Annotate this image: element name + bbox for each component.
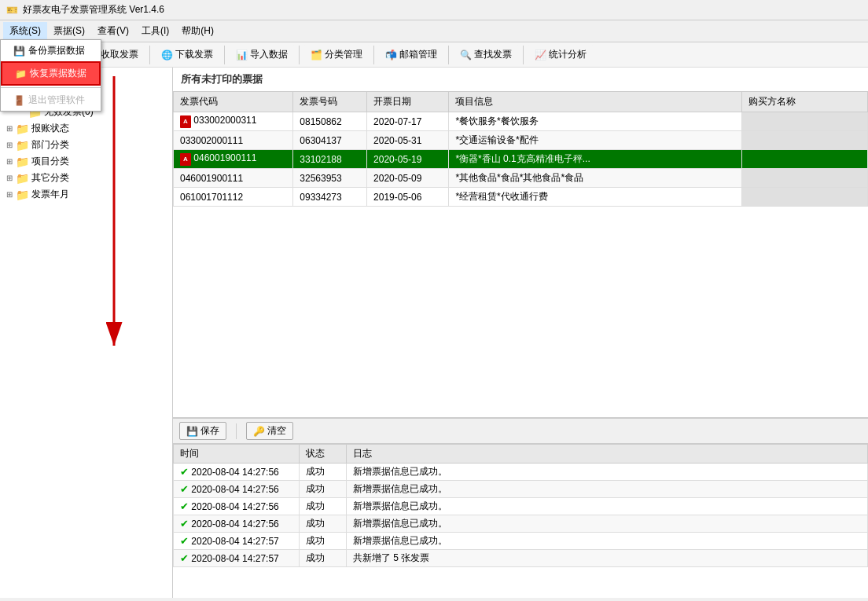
restore-icon: 📁 bbox=[15, 68, 27, 79]
save-log-button[interactable]: 💾 保存 bbox=[179, 422, 226, 440]
col-code: 发票代码 bbox=[174, 92, 293, 112]
table-row[interactable]: 046001900111 32563953 2020-05-09 *其他食品*食… bbox=[174, 169, 868, 188]
main-container: ⊟ 📁 发票提醒 📁 未打发票(5) 📁 无效发票(0) ⊞ bbox=[0, 68, 868, 598]
cell-date: 2020-05-09 bbox=[367, 169, 449, 188]
cell-code: 061001701112 bbox=[174, 188, 293, 207]
invoice-table-container[interactable]: 发票代码 发票号码 开票日期 项目信息 购买方名称 A 033002000311… bbox=[173, 91, 868, 417]
cell-code: A 046001900111 bbox=[174, 150, 293, 169]
clear-log-button[interactable]: 🔑 清空 bbox=[246, 422, 293, 440]
table-row[interactable]: A 046001900111 33102188 2020-05-19 *衡器*香… bbox=[174, 150, 868, 169]
col-date: 开票日期 bbox=[367, 92, 449, 112]
app-icon: 🎫 bbox=[6, 5, 18, 16]
cell-buyer bbox=[742, 150, 868, 169]
cell-code: 033002000111 bbox=[174, 131, 293, 150]
toolbar-sep-7 bbox=[523, 46, 524, 64]
backup-icon: 💾 bbox=[13, 46, 25, 57]
log-table-row: ✔ 2020-08-04 14:27:56 成功 新增票据信息已成功。 bbox=[174, 498, 868, 515]
status-folder-icon: 📁 bbox=[16, 123, 29, 135]
mailbox-manage-icon: 📬 bbox=[385, 49, 397, 60]
sidebar-item-invoice-month[interactable]: ⊞ 📁 发票年月 bbox=[3, 186, 169, 203]
category-manage-icon: 🗂️ bbox=[311, 49, 322, 60]
cell-date: 2020-05-31 bbox=[367, 131, 449, 150]
cell-project: *餐饮服务*餐饮服务 bbox=[449, 112, 742, 131]
cell-number: 09334273 bbox=[293, 188, 367, 207]
toolbar-sep-4 bbox=[299, 46, 300, 64]
cell-date: 2020-05-19 bbox=[367, 150, 449, 169]
sidebar-item-dept-category[interactable]: ⊞ 📁 部门分类 bbox=[3, 137, 169, 153]
import-data-icon: 📊 bbox=[236, 49, 248, 60]
col-buyer: 购买方名称 bbox=[742, 92, 868, 112]
log-cell-log: 新增票据信息已成功。 bbox=[347, 515, 868, 533]
toolbar-sep-6 bbox=[448, 46, 449, 64]
check-icon: ✔ bbox=[180, 552, 189, 564]
toolbar: 📋 批量导入 📧 收取发票 🌐 下载发票 📊 导入数据 🗂️ 分类管理 📬 邮箱… bbox=[0, 42, 868, 68]
app-title: 好票友电子发票管理系统 Ver1.4.6 bbox=[23, 3, 164, 16]
download-invoice-button[interactable]: 🌐 下载发票 bbox=[154, 45, 220, 64]
log-cell-status: 成功 bbox=[300, 498, 347, 515]
exit-icon: 🚪 bbox=[13, 95, 25, 106]
tree-toggle-other: ⊞ bbox=[6, 174, 16, 182]
check-icon: ✔ bbox=[180, 535, 189, 547]
log-cell-log: 新增票据信息已成功。 bbox=[347, 498, 868, 515]
menu-view[interactable]: 查看(V) bbox=[91, 22, 135, 40]
dropdown-exit: 🚪 退出管理软件 bbox=[1, 90, 101, 111]
log-cell-time: ✔ 2020-08-04 14:27:56 bbox=[174, 481, 300, 498]
sidebar-item-invoice-status[interactable]: ⊞ 📁 报账状态 bbox=[3, 120, 169, 137]
sidebar: ⊟ 📁 发票提醒 📁 未打发票(5) 📁 无效发票(0) ⊞ bbox=[0, 68, 173, 598]
log-cell-time: ✔ 2020-08-04 14:27:56 bbox=[174, 464, 300, 481]
check-icon: ✔ bbox=[180, 483, 189, 495]
cell-project: *交通运输设备*配件 bbox=[449, 131, 742, 150]
toolbar-sep-3 bbox=[224, 46, 225, 64]
cell-buyer bbox=[742, 112, 868, 131]
check-icon: ✔ bbox=[180, 518, 189, 530]
cell-buyer bbox=[742, 169, 868, 188]
menu-help[interactable]: 帮助(H) bbox=[175, 22, 220, 40]
log-cell-status: 成功 bbox=[300, 481, 347, 498]
log-cell-log: 共新增了 5 张发票 bbox=[347, 550, 868, 567]
mailbox-manage-button[interactable]: 📬 邮箱管理 bbox=[378, 45, 444, 64]
log-table-header: 时间 状态 日志 bbox=[174, 445, 868, 464]
title-bar: 🎫 好票友电子发票管理系统 Ver1.4.6 bbox=[0, 0, 868, 20]
invoice-table-header: 发票代码 发票号码 开票日期 项目信息 购买方名称 bbox=[174, 92, 868, 112]
col-number: 发票号码 bbox=[293, 92, 367, 112]
cell-number: 32563953 bbox=[293, 169, 367, 188]
system-dropdown: 💾 备份票据数据 📁 恢复票据数据 🚪 退出管理软件 bbox=[0, 39, 101, 112]
category-manage-button[interactable]: 🗂️ 分类管理 bbox=[303, 45, 370, 64]
log-cell-log: 新增票据信息已成功。 bbox=[347, 464, 868, 481]
log-table-row: ✔ 2020-08-04 14:27:57 成功 共新增了 5 张发票 bbox=[174, 550, 868, 567]
log-cell-status: 成功 bbox=[300, 533, 347, 550]
log-table-row: ✔ 2020-08-04 14:27:56 成功 新增票据信息已成功。 bbox=[174, 515, 868, 533]
table-row[interactable]: 061001701112 09334273 2019-05-06 *经营租赁*代… bbox=[174, 188, 868, 207]
log-table-container[interactable]: 时间 状态 日志 ✔ 2020-08-04 14:27:56 成功 新增票据信息… bbox=[173, 444, 868, 598]
log-cell-status: 成功 bbox=[300, 464, 347, 481]
pdf-icon: A bbox=[180, 153, 191, 166]
cell-project: *衡器*香山 0.1克高精准电子秤... bbox=[449, 150, 742, 169]
stats-analysis-button[interactable]: 📈 统计分析 bbox=[528, 45, 594, 64]
menu-tools[interactable]: 工具(I) bbox=[135, 22, 175, 40]
stats-analysis-icon: 📈 bbox=[535, 49, 546, 60]
clear-log-icon: 🔑 bbox=[253, 426, 265, 437]
pdf-icon: A bbox=[180, 115, 191, 128]
dropdown-backup[interactable]: 💾 备份票据数据 bbox=[1, 40, 101, 61]
menu-invoice[interactable]: 票据(S) bbox=[47, 22, 91, 40]
tree-toggle-status: ⊞ bbox=[6, 124, 16, 133]
log-cell-status: 成功 bbox=[300, 550, 347, 567]
find-invoice-button[interactable]: 🔍 查找发票 bbox=[453, 45, 519, 64]
log-cell-log: 新增票据信息已成功。 bbox=[347, 481, 868, 498]
toolbar-sep-5 bbox=[373, 46, 374, 64]
cell-number: 08150862 bbox=[293, 112, 367, 131]
log-cell-log: 新增票据信息已成功。 bbox=[347, 533, 868, 550]
sidebar-item-project-category[interactable]: ⊞ 📁 项目分类 bbox=[3, 153, 169, 170]
cell-code: A 033002000311 bbox=[174, 112, 293, 131]
sidebar-item-other-category[interactable]: ⊞ 📁 其它分类 bbox=[3, 170, 169, 186]
dropdown-restore[interactable]: 📁 恢复票据数据 bbox=[1, 61, 101, 86]
menu-system[interactable]: 系统(S) bbox=[3, 22, 47, 40]
tree-toggle-project: ⊞ bbox=[6, 157, 16, 166]
check-icon: ✔ bbox=[180, 500, 189, 512]
import-data-button[interactable]: 📊 导入数据 bbox=[229, 45, 295, 64]
table-row[interactable]: A 033002000311 08150862 2020-07-17 *餐饮服务… bbox=[174, 112, 868, 131]
menu-bar: 系统(S) 票据(S) 查看(V) 工具(I) 帮助(H) 💾 备份票据数据 📁… bbox=[0, 20, 868, 42]
table-row[interactable]: 033002000111 06304137 2020-05-31 *交通运输设备… bbox=[174, 131, 868, 150]
right-panel: 所有未打印的票据 发票代码 发票号码 开票日期 项目信息 购买方名称 A 033 bbox=[173, 68, 868, 598]
toolbar-sep-2 bbox=[149, 46, 150, 64]
